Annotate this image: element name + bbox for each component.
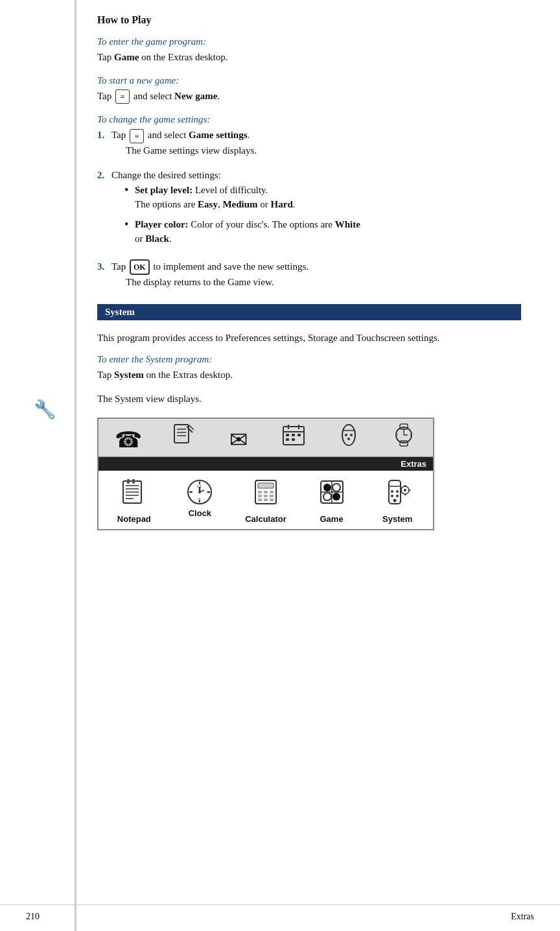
- step-1-sub: The Game settings view displays.: [111, 143, 521, 158]
- svg-point-17: [345, 434, 347, 436]
- para-enter-game: Tap Game on the Extras desktop.: [97, 50, 521, 65]
- italic-heading-enter-game: To enter the game program:: [97, 36, 521, 47]
- remote-icon: [336, 423, 361, 453]
- svg-point-15: [342, 425, 355, 445]
- para-start-game: Tap ≡ and select New game.: [97, 89, 521, 104]
- ss-icon-calendar: [269, 423, 318, 453]
- italic-heading-enter-system: To enter the System program:: [97, 354, 521, 365]
- page-number: 210: [26, 912, 40, 922]
- para-enter-system: Tap System on the Extras desktop.: [97, 368, 521, 383]
- content-area: How to Play To enter the game program: T…: [97, 0, 521, 904]
- svg-rect-56: [270, 495, 274, 497]
- left-bar: [75, 0, 76, 931]
- svg-point-48: [198, 491, 201, 493]
- svg-text:9: 9: [191, 490, 193, 494]
- bullet-set-play-level: • Set play level: Level of difficulty. T…: [124, 183, 521, 212]
- bullet-2-text: Player color: Color of your disc's. The …: [135, 217, 360, 246]
- svg-rect-59: [270, 499, 274, 501]
- step-1-content: Tap ≡ and select Game settings. The Game…: [111, 128, 521, 161]
- svg-point-71: [391, 495, 393, 497]
- phone-icon: ☎: [115, 427, 142, 453]
- ok-icon-btn: OK: [130, 259, 150, 275]
- svg-rect-58: [264, 499, 268, 501]
- svg-rect-54: [258, 495, 262, 497]
- step-3: 3. Tap OK to implement and save the new …: [97, 259, 521, 294]
- step-2-content: Change the desired settings: • Set play …: [111, 168, 521, 253]
- bullet-player-color: • Player color: Color of your disc's. Th…: [124, 217, 521, 246]
- svg-point-65: [332, 484, 340, 491]
- svg-rect-13: [286, 438, 289, 441]
- page-wrapper: 🔧 How to Play To enter the game program:…: [0, 0, 560, 931]
- svg-rect-11: [292, 434, 295, 436]
- svg-point-18: [350, 434, 353, 436]
- svg-rect-14: [292, 438, 295, 441]
- svg-rect-51: [258, 491, 262, 493]
- game-icon: [318, 478, 345, 512]
- step-3-sub: The display returns to the Game view.: [111, 275, 521, 290]
- clock-label: Clock: [189, 508, 211, 518]
- svg-text:6: 6: [198, 497, 201, 501]
- system-description: This program provides access to Preferen…: [97, 331, 521, 346]
- step-1: 1. Tap ≡ and select Game settings. The G…: [97, 128, 521, 161]
- system-icon: [384, 478, 411, 512]
- step-3-number: 3.: [97, 259, 111, 294]
- svg-point-70: [396, 490, 399, 493]
- svg-rect-10: [286, 434, 289, 436]
- svg-rect-52: [264, 491, 268, 493]
- notepad-icon: [121, 478, 148, 512]
- calculator-label: Calculator: [245, 514, 286, 524]
- screenshot-bottom-row: Notepad 12 3: [99, 471, 433, 529]
- ss-bottom-game: Game: [304, 478, 359, 524]
- calendar-icon: [281, 423, 306, 453]
- svg-rect-0: [174, 425, 189, 443]
- section-heading-how-to-play: How to Play: [97, 14, 521, 26]
- ss-bottom-system: System: [370, 478, 425, 524]
- svg-rect-57: [258, 499, 262, 501]
- step-2: 2. Change the desired settings: • Set pl…: [97, 168, 521, 253]
- svg-point-75: [404, 489, 406, 491]
- svg-point-73: [393, 499, 397, 502]
- pen-icon: [171, 423, 196, 453]
- italic-heading-start-game: To start a new game:: [97, 75, 521, 86]
- ss-icon-envelope: ✉: [214, 427, 262, 453]
- bullet-dot-2: •: [124, 216, 135, 233]
- menu-icon-btn: ≡: [115, 89, 130, 104]
- svg-rect-50: [258, 483, 274, 488]
- footer-label: Extras: [511, 912, 534, 922]
- italic-heading-change-settings: To change the game settings:: [97, 114, 521, 125]
- system-bar-label: System: [105, 307, 135, 318]
- calculator-icon: [252, 478, 279, 512]
- svg-rect-55: [264, 495, 268, 497]
- svg-rect-12: [298, 434, 301, 436]
- system-section-bar: System: [97, 304, 521, 320]
- svg-point-64: [332, 493, 340, 501]
- ss-icon-remote: [324, 423, 373, 453]
- ss-bottom-notepad: Notepad: [106, 478, 161, 524]
- svg-rect-35: [127, 479, 130, 484]
- notepad-label: Notepad: [117, 514, 151, 524]
- step1-menu-icon: ≡: [130, 129, 144, 143]
- bullet-dot-1: •: [124, 182, 135, 199]
- ss-bottom-calculator: Calculator: [238, 478, 293, 524]
- page-footer: 210 Extras: [0, 904, 560, 931]
- svg-point-72: [396, 495, 399, 497]
- step-1-number: 1.: [97, 128, 111, 161]
- screenshot-box: ☎: [97, 418, 434, 530]
- svg-point-69: [391, 490, 393, 493]
- para-system-view: The System view displays.: [97, 392, 521, 407]
- envelope-icon: ✉: [229, 427, 248, 453]
- screenshot-top-row: ☎: [99, 419, 433, 457]
- ss-icon-watch: [379, 423, 428, 453]
- ss-icon-phone: ☎: [104, 427, 152, 453]
- svg-rect-36: [132, 479, 135, 484]
- step-2-number: 2.: [97, 168, 111, 253]
- watch-icon: [390, 423, 417, 453]
- clock-icon: 12 3 6 9: [186, 478, 213, 506]
- screenshot-extras-bar: Extras: [99, 457, 433, 471]
- bullet-1-text: Set play level: Level of difficulty. The…: [135, 183, 296, 212]
- step-3-content: Tap OK to implement and save the new set…: [111, 259, 521, 294]
- extras-label: Extras: [401, 459, 426, 469]
- svg-rect-53: [270, 491, 274, 493]
- game-label: Game: [320, 514, 344, 524]
- svg-point-66: [323, 493, 331, 501]
